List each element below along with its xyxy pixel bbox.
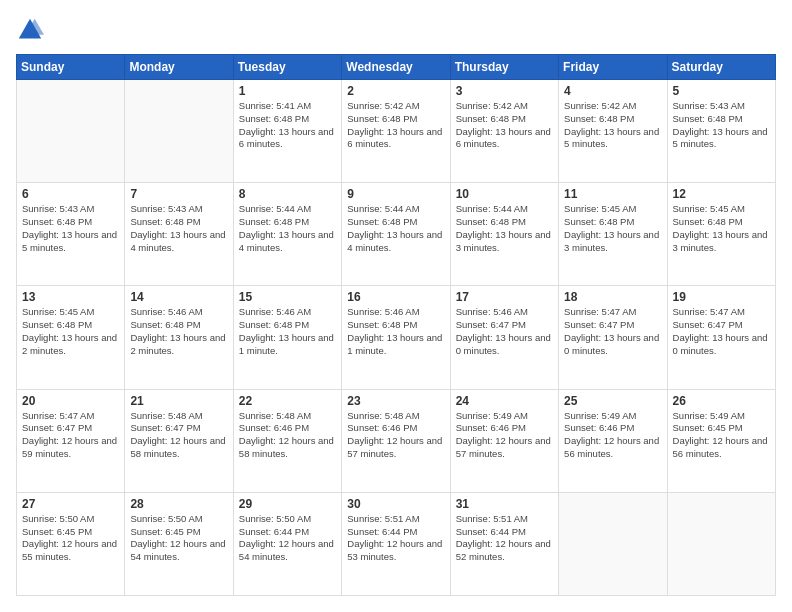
cal-cell: 7Sunrise: 5:43 AM Sunset: 6:48 PM Daylig… [125, 183, 233, 286]
day-number: 1 [239, 84, 336, 98]
cal-cell: 18Sunrise: 5:47 AM Sunset: 6:47 PM Dayli… [559, 286, 667, 389]
cal-cell: 28Sunrise: 5:50 AM Sunset: 6:45 PM Dayli… [125, 492, 233, 595]
day-info: Sunrise: 5:43 AM Sunset: 6:48 PM Dayligh… [22, 203, 119, 254]
day-number: 23 [347, 394, 444, 408]
cal-cell: 27Sunrise: 5:50 AM Sunset: 6:45 PM Dayli… [17, 492, 125, 595]
day-number: 6 [22, 187, 119, 201]
day-info: Sunrise: 5:49 AM Sunset: 6:46 PM Dayligh… [456, 410, 553, 461]
cal-cell: 2Sunrise: 5:42 AM Sunset: 6:48 PM Daylig… [342, 80, 450, 183]
cal-cell: 11Sunrise: 5:45 AM Sunset: 6:48 PM Dayli… [559, 183, 667, 286]
col-header-friday: Friday [559, 55, 667, 80]
cal-cell: 21Sunrise: 5:48 AM Sunset: 6:47 PM Dayli… [125, 389, 233, 492]
cal-cell: 13Sunrise: 5:45 AM Sunset: 6:48 PM Dayli… [17, 286, 125, 389]
cal-cell: 14Sunrise: 5:46 AM Sunset: 6:48 PM Dayli… [125, 286, 233, 389]
cal-cell: 31Sunrise: 5:51 AM Sunset: 6:44 PM Dayli… [450, 492, 558, 595]
day-number: 20 [22, 394, 119, 408]
day-number: 27 [22, 497, 119, 511]
day-number: 31 [456, 497, 553, 511]
calendar: SundayMondayTuesdayWednesdayThursdayFrid… [16, 54, 776, 596]
day-info: Sunrise: 5:48 AM Sunset: 6:46 PM Dayligh… [347, 410, 444, 461]
cal-cell: 22Sunrise: 5:48 AM Sunset: 6:46 PM Dayli… [233, 389, 341, 492]
day-number: 16 [347, 290, 444, 304]
day-number: 10 [456, 187, 553, 201]
header [16, 16, 776, 44]
day-number: 15 [239, 290, 336, 304]
day-info: Sunrise: 5:50 AM Sunset: 6:45 PM Dayligh… [22, 513, 119, 564]
cal-cell: 25Sunrise: 5:49 AM Sunset: 6:46 PM Dayli… [559, 389, 667, 492]
day-info: Sunrise: 5:46 AM Sunset: 6:48 PM Dayligh… [239, 306, 336, 357]
day-info: Sunrise: 5:46 AM Sunset: 6:47 PM Dayligh… [456, 306, 553, 357]
day-number: 5 [673, 84, 770, 98]
col-header-wednesday: Wednesday [342, 55, 450, 80]
cal-cell [559, 492, 667, 595]
cal-cell: 23Sunrise: 5:48 AM Sunset: 6:46 PM Dayli… [342, 389, 450, 492]
day-number: 22 [239, 394, 336, 408]
cal-cell: 5Sunrise: 5:43 AM Sunset: 6:48 PM Daylig… [667, 80, 775, 183]
logo-icon [16, 16, 44, 44]
day-info: Sunrise: 5:42 AM Sunset: 6:48 PM Dayligh… [456, 100, 553, 151]
col-header-sunday: Sunday [17, 55, 125, 80]
day-number: 25 [564, 394, 661, 408]
day-info: Sunrise: 5:42 AM Sunset: 6:48 PM Dayligh… [564, 100, 661, 151]
cal-cell: 10Sunrise: 5:44 AM Sunset: 6:48 PM Dayli… [450, 183, 558, 286]
cal-cell: 20Sunrise: 5:47 AM Sunset: 6:47 PM Dayli… [17, 389, 125, 492]
cal-cell: 19Sunrise: 5:47 AM Sunset: 6:47 PM Dayli… [667, 286, 775, 389]
day-info: Sunrise: 5:44 AM Sunset: 6:48 PM Dayligh… [456, 203, 553, 254]
cal-cell: 12Sunrise: 5:45 AM Sunset: 6:48 PM Dayli… [667, 183, 775, 286]
page: SundayMondayTuesdayWednesdayThursdayFrid… [0, 0, 792, 612]
col-header-monday: Monday [125, 55, 233, 80]
day-info: Sunrise: 5:48 AM Sunset: 6:46 PM Dayligh… [239, 410, 336, 461]
cal-cell: 24Sunrise: 5:49 AM Sunset: 6:46 PM Dayli… [450, 389, 558, 492]
day-number: 9 [347, 187, 444, 201]
day-number: 12 [673, 187, 770, 201]
cal-cell: 26Sunrise: 5:49 AM Sunset: 6:45 PM Dayli… [667, 389, 775, 492]
day-number: 24 [456, 394, 553, 408]
day-number: 4 [564, 84, 661, 98]
day-number: 28 [130, 497, 227, 511]
day-info: Sunrise: 5:51 AM Sunset: 6:44 PM Dayligh… [347, 513, 444, 564]
cal-cell: 9Sunrise: 5:44 AM Sunset: 6:48 PM Daylig… [342, 183, 450, 286]
day-number: 26 [673, 394, 770, 408]
day-info: Sunrise: 5:44 AM Sunset: 6:48 PM Dayligh… [347, 203, 444, 254]
day-info: Sunrise: 5:47 AM Sunset: 6:47 PM Dayligh… [673, 306, 770, 357]
cal-cell: 17Sunrise: 5:46 AM Sunset: 6:47 PM Dayli… [450, 286, 558, 389]
day-info: Sunrise: 5:45 AM Sunset: 6:48 PM Dayligh… [564, 203, 661, 254]
cal-cell: 6Sunrise: 5:43 AM Sunset: 6:48 PM Daylig… [17, 183, 125, 286]
day-info: Sunrise: 5:46 AM Sunset: 6:48 PM Dayligh… [130, 306, 227, 357]
day-info: Sunrise: 5:51 AM Sunset: 6:44 PM Dayligh… [456, 513, 553, 564]
day-info: Sunrise: 5:46 AM Sunset: 6:48 PM Dayligh… [347, 306, 444, 357]
day-info: Sunrise: 5:43 AM Sunset: 6:48 PM Dayligh… [673, 100, 770, 151]
day-info: Sunrise: 5:45 AM Sunset: 6:48 PM Dayligh… [22, 306, 119, 357]
day-number: 17 [456, 290, 553, 304]
day-number: 19 [673, 290, 770, 304]
day-number: 8 [239, 187, 336, 201]
day-number: 7 [130, 187, 227, 201]
day-number: 14 [130, 290, 227, 304]
col-header-saturday: Saturday [667, 55, 775, 80]
day-info: Sunrise: 5:50 AM Sunset: 6:44 PM Dayligh… [239, 513, 336, 564]
day-info: Sunrise: 5:50 AM Sunset: 6:45 PM Dayligh… [130, 513, 227, 564]
day-info: Sunrise: 5:43 AM Sunset: 6:48 PM Dayligh… [130, 203, 227, 254]
logo [16, 16, 48, 44]
cal-cell [17, 80, 125, 183]
day-info: Sunrise: 5:42 AM Sunset: 6:48 PM Dayligh… [347, 100, 444, 151]
col-header-thursday: Thursday [450, 55, 558, 80]
cal-cell: 29Sunrise: 5:50 AM Sunset: 6:44 PM Dayli… [233, 492, 341, 595]
cal-cell: 4Sunrise: 5:42 AM Sunset: 6:48 PM Daylig… [559, 80, 667, 183]
day-number: 3 [456, 84, 553, 98]
day-info: Sunrise: 5:44 AM Sunset: 6:48 PM Dayligh… [239, 203, 336, 254]
cal-cell: 15Sunrise: 5:46 AM Sunset: 6:48 PM Dayli… [233, 286, 341, 389]
cal-cell: 30Sunrise: 5:51 AM Sunset: 6:44 PM Dayli… [342, 492, 450, 595]
day-number: 13 [22, 290, 119, 304]
cal-cell [125, 80, 233, 183]
day-number: 11 [564, 187, 661, 201]
day-info: Sunrise: 5:49 AM Sunset: 6:45 PM Dayligh… [673, 410, 770, 461]
cal-cell: 3Sunrise: 5:42 AM Sunset: 6:48 PM Daylig… [450, 80, 558, 183]
day-info: Sunrise: 5:41 AM Sunset: 6:48 PM Dayligh… [239, 100, 336, 151]
cal-cell: 8Sunrise: 5:44 AM Sunset: 6:48 PM Daylig… [233, 183, 341, 286]
day-info: Sunrise: 5:48 AM Sunset: 6:47 PM Dayligh… [130, 410, 227, 461]
day-number: 21 [130, 394, 227, 408]
cal-cell: 1Sunrise: 5:41 AM Sunset: 6:48 PM Daylig… [233, 80, 341, 183]
day-number: 18 [564, 290, 661, 304]
cal-cell: 16Sunrise: 5:46 AM Sunset: 6:48 PM Dayli… [342, 286, 450, 389]
